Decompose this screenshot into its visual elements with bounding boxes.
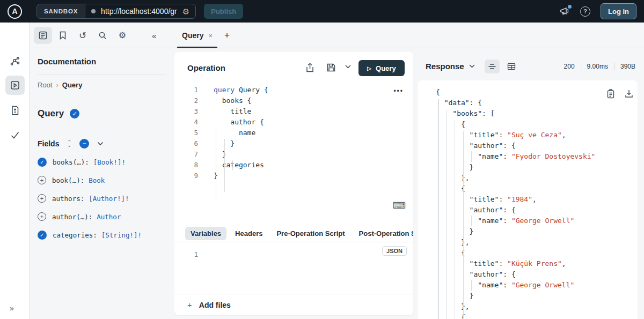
apollo-logo-letter: A [12,7,17,16]
list-view-button[interactable] [485,60,500,73]
breadcrumb-root[interactable]: Root [38,81,52,89]
endpoint-settings-gear-icon[interactable]: ⚙ [182,8,189,16]
response-line: "author": { [418,269,638,280]
editor-line[interactable]: 1 query Query { [174,85,413,95]
code-text[interactable]: query Query { [214,85,268,95]
field-type[interactable]: [String!]! [101,231,142,239]
deselect-all-fields-button[interactable]: − [79,139,89,149]
editor-line[interactable]: 4 author { [174,117,413,128]
variables-editor[interactable]: 1 [174,249,413,260]
field-add-plus-icon[interactable]: + [38,212,46,221]
field-type[interactable]: Author [97,213,121,221]
field-selected-check-icon[interactable]: ✓ [38,231,47,240]
field-type[interactable]: [Book!]! [93,158,126,166]
rail-expand-button[interactable]: » [10,304,14,313]
line-number: 5 [187,128,198,138]
json-text: "title": "Küçük Prens", [436,258,566,269]
line-number: 1 [187,249,198,260]
endpoint-url-input[interactable]: http://localhost:4000/gr [101,7,177,16]
help-button[interactable]: ? [580,6,590,17]
graph-network-icon [10,56,20,66]
indent-guide [224,139,225,192]
line-number: 4 [187,117,198,128]
rail-checks-button[interactable] [5,125,25,145]
run-query-button[interactable]: ▷ Query [358,60,405,76]
response-duration: 9.00ms [587,63,608,70]
save-operation-button[interactable] [326,63,336,72]
code-text[interactable]: categories [214,160,264,170]
subtab[interactable]: Headers [230,227,268,240]
chevron-down-icon[interactable] [97,142,104,146]
rail-schema-diff-button[interactable] [5,101,25,120]
code-text[interactable]: title [214,106,251,117]
operation-menu-ellipsis-button[interactable]: ••• [393,87,404,95]
subtab[interactable]: Variables [185,227,226,240]
explorer-settings-button[interactable]: ⚙ [113,27,131,44]
code-text[interactable]: name [214,128,255,138]
rail-graph-button[interactable] [5,51,25,71]
download-response-button[interactable] [625,89,633,98]
field-name[interactable]: author(…): [52,213,92,221]
field-type[interactable]: Book [89,176,105,184]
field-row[interactable]: + authors: [Author!]! [38,189,166,207]
indent-guide [447,110,447,319]
field-type[interactable]: [Author!]! [89,195,129,203]
field-name[interactable]: books(…): [53,158,89,166]
sort-fields-icon[interactable]: ⌃⌄ [67,140,71,147]
share-operation-button[interactable] [305,63,314,73]
field-row[interactable]: ✓ books(…): [Book!]! [38,153,166,171]
endpoint-pill[interactable]: SANDBOX http://localhost:4000/gr ⚙ [36,4,196,19]
table-view-button[interactable] [504,60,519,73]
field-selected-check-icon[interactable]: ✓ [38,158,47,167]
search-button[interactable] [93,27,112,44]
field-add-plus-icon[interactable]: + [38,194,46,203]
save-menu-chevron-button[interactable] [345,65,351,69]
endpoint-url-segment[interactable]: http://localhost:4000/gr ⚙ [85,4,195,18]
field-row[interactable]: + book(…): Book [38,171,166,189]
editor-line[interactable]: 2 books { [174,95,413,106]
editor-line[interactable]: 5 name [174,128,413,138]
publish-button[interactable]: Publish [204,4,243,19]
code-text[interactable]: author { [214,117,264,128]
left-icon-rail: » [0,23,30,319]
tab-query[interactable]: Query × [177,23,217,48]
sandbox-badge[interactable]: SANDBOX [37,4,85,18]
graphql-editor[interactable]: 1 query Query { 2 books { 3 title 4 auth… [174,85,413,181]
code-text[interactable]: books { [214,95,251,106]
field-row[interactable]: + author(…): Author [38,207,166,226]
subtab[interactable]: Post-Operation Script [354,227,413,240]
editor-line[interactable]: 7 } [174,149,413,160]
add-files-label[interactable]: Add files [199,301,231,309]
type-selected-check-icon[interactable]: ✓ [70,109,79,118]
collapse-docs-panel-button[interactable]: « [152,23,156,48]
response-dropdown-button[interactable] [469,64,475,68]
history-button[interactable]: ↺ [74,27,92,44]
copy-response-button[interactable] [606,89,615,99]
rail-explorer-button[interactable] [5,76,25,95]
documentation-tab-button[interactable] [34,27,52,44]
bookmarks-button[interactable] [54,27,72,44]
editor-line[interactable]: 3 title [174,106,413,117]
editor-line[interactable]: 9 } [174,170,413,181]
subtab[interactable]: Pre-Operation Script [271,227,350,240]
editor-line[interactable]: 6 } [174,138,413,149]
field-name[interactable]: book(…): [52,176,84,184]
list-view-icon [488,63,496,70]
field-row[interactable]: ✓ categories: [String!]! [38,226,166,244]
response-json-viewer[interactable]: { "data": { "books": [ { "title": "Suç v [418,87,638,319]
editor-line[interactable]: 1 [174,249,413,260]
operation-title: Operation [187,63,225,72]
json-text: { [436,119,465,130]
keyboard-shortcuts-icon[interactable]: ⌨ [392,200,406,211]
editor-line[interactable]: 8 categories [174,160,413,170]
login-button[interactable]: Log in [601,3,636,19]
announcements-button[interactable] [559,6,570,16]
field-name[interactable]: authors: [52,195,84,203]
add-tab-button[interactable]: + [224,30,230,41]
apollo-logo[interactable]: A [8,4,22,19]
topbar: A SANDBOX http://localhost:4000/gr ⚙ Pub… [0,0,644,23]
field-name[interactable]: categories: [53,231,97,239]
tab-close-icon[interactable]: × [208,32,213,40]
add-files-footer[interactable]: + Add files [174,294,413,315]
field-add-plus-icon[interactable]: + [38,176,46,184]
